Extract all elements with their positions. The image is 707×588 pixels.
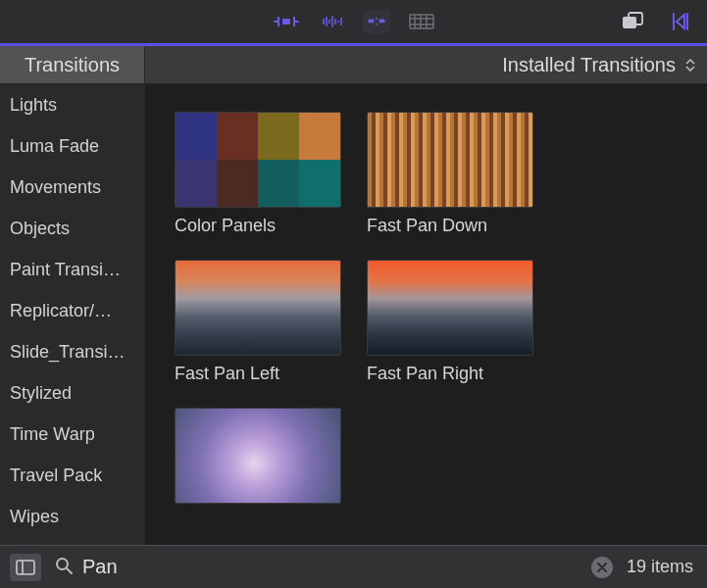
sidebar-item-movements[interactable]: Movements [0,167,145,208]
thumbnail [367,260,533,356]
sidebar-item-label: Lights [10,95,57,116]
search-field[interactable] [55,556,613,578]
layout-icon [16,560,35,575]
sidebar-item-lights[interactable]: Lights [0,84,145,125]
transition-grid: Color Panels Fast Pan Down Fast Pan Left… [145,84,707,545]
filmstrip-icon[interactable] [408,10,435,33]
svg-rect-1 [368,19,374,23]
sidebar-item-label: Travel Pack [10,466,102,486]
layout-toggle-button[interactable] [10,554,41,581]
thumbnail [175,112,341,208]
sidebar-item-time-warp[interactable]: Time Warp [0,414,145,455]
tab-label: Transitions [25,54,120,76]
svg-rect-3 [410,15,433,28]
tab-transitions[interactable]: Transitions [0,46,145,83]
audio-waveform-icon[interactable] [318,10,345,33]
thumbnail [367,112,533,208]
transition-tile-fast-pan-down[interactable]: Fast Pan Down [367,112,533,236]
tile-label: Fast Pan Right [367,364,533,384]
sidebar-item-replicator[interactable]: Replicator/… [0,290,145,331]
main-area: Lights Luma Fade Movements Objects Paint… [0,84,707,545]
sidebar-item-label: Time Warp [10,424,95,445]
item-count: 19 items [627,557,693,577]
transition-tile-fast-pan-right[interactable]: Fast Pan Right [367,260,533,384]
chevron-up-down-icon [685,59,695,72]
sidebar-item-objects[interactable]: Objects [0,208,145,249]
footer-bar: 19 items [0,545,707,588]
svg-rect-0 [282,19,290,24]
svg-rect-6 [17,561,34,574]
trim-tool-icon[interactable] [273,10,300,33]
sidebar-item-label: Stylized [10,383,72,404]
sidebar-item-travel-pack[interactable]: Travel Pack [0,455,145,496]
close-icon [597,563,607,572]
sidebar-item-label: Objects [10,219,70,239]
category-sidebar: Lights Luma Fade Movements Objects Paint… [0,84,145,545]
sidebar-item-label: Movements [10,177,101,198]
tile-label: Color Panels [175,216,341,236]
svg-rect-2 [379,19,384,23]
sidebar-item-wipes[interactable]: Wipes [0,496,145,537]
dropdown-label: Installed Transitions [502,54,676,76]
installed-transitions-dropdown[interactable]: Installed Transitions [145,46,707,83]
browser-header: Transitions Installed Transitions [0,43,707,84]
search-icon [55,557,73,578]
tile-label: Fast Pan Left [175,364,341,384]
sidebar-item-label: Luma Fade [10,136,99,157]
sidebar-item-label: Slide_Transi… [10,342,125,363]
svg-rect-4 [623,17,636,28]
windows-icon[interactable] [619,10,646,33]
sidebar-item-slide-transitions[interactable]: Slide_Transi… [0,331,145,372]
search-input[interactable] [82,556,581,578]
next-marker-icon[interactable] [668,10,695,33]
sidebar-item-label: Paint Transi… [10,260,121,280]
sidebar-item-label: Wipes [10,507,59,527]
toolbar [0,0,707,43]
transitions-browser-icon[interactable] [363,10,390,33]
clear-search-button[interactable] [591,557,613,578]
thumbnail [175,260,341,356]
thumbnail [175,408,341,504]
toolbar-right-group [619,10,695,33]
sidebar-item-paint-transitions[interactable]: Paint Transi… [0,249,145,290]
transition-tile-color-panels[interactable]: Color Panels [175,112,341,236]
sidebar-item-label: Replicator/… [10,301,112,321]
transition-tile-partial[interactable] [175,408,341,512]
sidebar-item-stylized[interactable]: Stylized [0,372,145,414]
tile-label: Fast Pan Down [367,216,533,236]
sidebar-item-luma-fade[interactable]: Luma Fade [0,125,145,167]
toolbar-center-group [273,10,435,33]
transition-tile-fast-pan-left[interactable]: Fast Pan Left [175,260,341,384]
